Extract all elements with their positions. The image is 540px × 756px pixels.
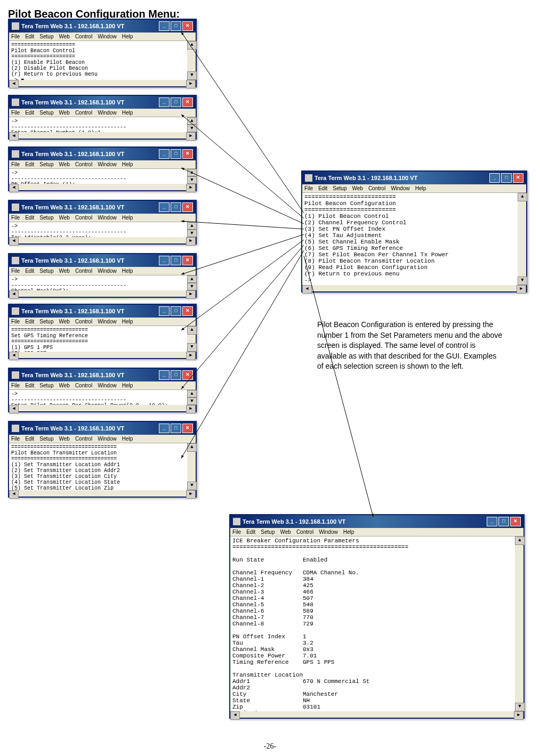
maximize-button[interactable]: □ (171, 202, 181, 212)
menu-item[interactable]: Web (59, 436, 70, 442)
scroll-left-icon[interactable]: ◀ (9, 405, 19, 413)
scroll-down-icon[interactable]: ▼ (187, 482, 197, 490)
menu-item[interactable]: Help (343, 529, 354, 535)
scroll-up-icon[interactable]: ▲ (187, 326, 197, 335)
maximize-button[interactable]: □ (498, 517, 509, 526)
menu-item[interactable]: File (11, 383, 20, 388)
scroll-left-icon[interactable]: ◀ (230, 711, 240, 720)
menu-item[interactable]: Help (122, 110, 133, 116)
menu-item[interactable]: File (11, 436, 20, 442)
scroll-down-icon[interactable]: ▼ (187, 71, 197, 80)
scroll-up-icon[interactable]: ▲ (187, 390, 197, 397)
menu-item[interactable]: Help (122, 268, 133, 274)
menu-item[interactable]: Window (98, 383, 117, 388)
menu-item[interactable]: Help (122, 34, 133, 39)
close-button[interactable]: ✕ (182, 97, 193, 107)
menu-item[interactable]: Edit (25, 161, 34, 167)
scrollbar-vertical[interactable]: ▲▼ (187, 169, 196, 184)
menu-item[interactable]: Web (59, 383, 70, 388)
menu-item[interactable]: Control (75, 34, 92, 39)
scroll-up-icon[interactable]: ▲ (187, 222, 197, 230)
scroll-right-icon[interactable]: ▶ (186, 80, 196, 88)
scroll-down-icon[interactable]: ▼ (518, 277, 527, 285)
scrollbar-vertical[interactable]: ▲▼ (187, 390, 196, 405)
menu-item[interactable]: Setup (333, 185, 346, 191)
terminal-content[interactable]: ==================== Pilot Beacon Contro… (9, 41, 196, 82)
scroll-up-icon[interactable]: ▲ (515, 536, 525, 545)
menu-item[interactable]: Edit (25, 215, 34, 221)
scroll-left-icon[interactable]: ◀ (9, 490, 19, 499)
menu-item[interactable]: File (232, 529, 241, 535)
scroll-right-icon[interactable]: ▶ (186, 290, 196, 299)
scroll-right-icon[interactable]: ▶ (517, 285, 526, 294)
scroll-down-icon[interactable]: ▼ (187, 176, 197, 184)
scroll-right-icon[interactable]: ▶ (186, 132, 196, 141)
scroll-left-icon[interactable]: ◀ (9, 237, 19, 246)
scroll-right-icon[interactable]: ▶ (186, 490, 196, 499)
scroll-up-icon[interactable]: ▲ (187, 117, 197, 125)
menu-item[interactable]: Web (280, 529, 291, 535)
window-titlebar[interactable]: Tera Term Web 3.1 - 192.168.1.100 VT_□✕ (9, 305, 196, 318)
menu-item[interactable]: Web (59, 110, 70, 116)
menu-item[interactable]: Edit (318, 185, 327, 191)
menu-item[interactable]: Window (319, 529, 338, 535)
menu-item[interactable]: Control (75, 215, 92, 221)
scrollbar-vertical[interactable]: ▲▼ (187, 443, 196, 490)
maximize-button[interactable]: □ (171, 97, 181, 107)
scrollbar-vertical[interactable]: ▲▼ (187, 41, 196, 80)
menu-item[interactable]: Setup (39, 383, 53, 388)
window-titlebar[interactable]: Tera Term Web 3.1 - 192.168.1.100 VT_□✕ (9, 96, 196, 109)
maximize-button[interactable]: □ (171, 256, 181, 265)
maximize-button[interactable]: □ (171, 306, 181, 316)
scrollbar-horizontal[interactable]: ◀▶ (9, 184, 196, 190)
menu-item[interactable]: Edit (25, 268, 34, 274)
menu-item[interactable]: Control (368, 185, 385, 191)
scrollbar-horizontal[interactable]: ◀▶ (9, 490, 196, 497)
menu-item[interactable]: Help (415, 185, 426, 191)
minimize-button[interactable]: _ (487, 517, 497, 526)
menu-item[interactable]: File (11, 268, 20, 274)
menu-item[interactable]: Help (122, 436, 133, 442)
close-button[interactable]: ✕ (182, 202, 193, 212)
scroll-left-icon[interactable]: ◀ (9, 132, 19, 141)
scroll-right-icon[interactable]: ▶ (186, 237, 196, 246)
scrollbar-vertical[interactable]: ▲▼ (515, 536, 523, 711)
scrollbar-vertical[interactable]: ▲▼ (187, 222, 196, 237)
scroll-down-icon[interactable]: ▼ (187, 397, 197, 405)
window-titlebar[interactable]: Tera Term Web 3.1 - 192.168.1.100 VT_□✕ (9, 201, 196, 214)
menu-item[interactable]: Window (98, 215, 117, 221)
menu-item[interactable]: Edit (25, 383, 34, 388)
scroll-down-icon[interactable]: ▼ (187, 125, 197, 132)
scrollbar-horizontal[interactable]: ◀▶ (9, 290, 196, 297)
menu-item[interactable]: Web (59, 319, 70, 324)
scroll-right-icon[interactable]: ▶ (186, 352, 196, 360)
scroll-up-icon[interactable]: ▲ (187, 169, 197, 176)
menu-item[interactable]: File (11, 319, 20, 324)
menu-item[interactable]: File (11, 161, 20, 167)
menu-item[interactable]: Edit (25, 34, 34, 39)
menu-item[interactable]: Setup (39, 110, 53, 116)
scrollbar-horizontal[interactable]: ◀▶ (230, 711, 523, 718)
menu-item[interactable]: Window (98, 34, 117, 39)
scroll-up-icon[interactable]: ▲ (187, 275, 197, 283)
minimize-button[interactable]: _ (159, 306, 170, 316)
menu-item[interactable]: Window (98, 268, 117, 274)
close-button[interactable]: ✕ (513, 173, 523, 183)
scroll-up-icon[interactable]: ▲ (187, 41, 197, 50)
menu-item[interactable]: Control (75, 436, 92, 442)
scroll-left-icon[interactable]: ◀ (302, 285, 312, 294)
menu-item[interactable]: Help (122, 161, 133, 167)
scrollbar-horizontal[interactable]: ◀▶ (9, 405, 196, 411)
scroll-right-icon[interactable]: ▶ (186, 405, 196, 413)
scroll-left-icon[interactable]: ◀ (9, 80, 19, 88)
menu-item[interactable]: Control (75, 383, 92, 388)
minimize-button[interactable]: _ (489, 173, 500, 183)
menu-item[interactable]: File (11, 34, 20, 39)
scroll-left-icon[interactable]: ◀ (9, 184, 19, 192)
menu-item[interactable]: Control (75, 319, 92, 324)
menu-item[interactable]: Edit (25, 436, 34, 442)
scroll-right-icon[interactable]: ▶ (186, 184, 196, 192)
menu-item[interactable]: Setup (39, 34, 53, 39)
scroll-down-icon[interactable]: ▼ (187, 230, 197, 237)
close-button[interactable]: ✕ (182, 306, 193, 316)
